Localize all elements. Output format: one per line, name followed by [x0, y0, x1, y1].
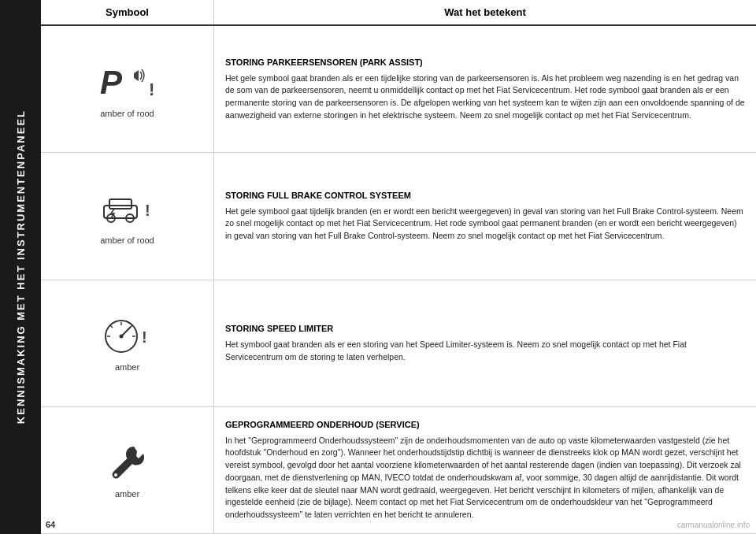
table: Symbool Wat het betekent P — [41, 0, 756, 534]
watermark: carmanualonline.info — [677, 521, 750, 529]
main-content: Symbool Wat het betekent P — [41, 0, 756, 534]
svg-text:P: P — [100, 64, 123, 101]
svg-rect-5 — [109, 199, 132, 209]
symbol-label-2: amber of rood — [100, 235, 154, 245]
svg-rect-2 — [134, 74, 137, 78]
section-text-2: Het gele symbool gaat tijdelijk branden … — [225, 206, 745, 243]
svg-line-10 — [121, 327, 131, 336]
section-title-1: STORING PARKEERSENSOREN (PARK ASSIST) — [225, 57, 745, 69]
table-body: P ! — [41, 26, 756, 534]
header-meaning: Wat het betekent — [214, 0, 756, 24]
section-title-4: GEPROGRAMMEERD ONDERHOUD (SERVICE) — [225, 419, 745, 432]
table-header: Symbool Wat het betekent — [41, 0, 756, 26]
cell-symbol-3: ! amber — [41, 280, 214, 406]
symbol-label-3: amber — [115, 362, 139, 372]
sidebar: KENNISMAKING MET HET INSTRUMENTENPANEEL — [0, 0, 41, 534]
parking-icon: P ! — [96, 61, 159, 104]
svg-text:!: ! — [142, 328, 147, 346]
section-text-4: In het "Geprogrammeerd Onderhoudssysteem… — [225, 435, 745, 521]
table-row: ! amber STORING SPEED LIMITER Het symboo… — [41, 280, 756, 407]
svg-point-11 — [119, 335, 123, 339]
svg-text:!: ! — [145, 202, 150, 219]
speed-limiter-icon: ! — [96, 314, 159, 358]
symbol-label-1: amber of rood — [100, 109, 154, 118]
section-text-3: Het symbool gaat branden als er een stor… — [225, 339, 745, 364]
section-title-2: STORING FULL BRAKE CONTROL SYSTEEM — [225, 190, 745, 202]
cell-symbol-1: P ! — [41, 26, 214, 152]
section-title-3: STORING SPEED LIMITER — [225, 323, 745, 336]
page-number: 64 — [46, 520, 55, 529]
cell-symbol-2: ! amber of rood — [41, 153, 214, 279]
svg-line-15 — [110, 325, 113, 328]
cell-meaning-3: STORING SPEED LIMITER Het symbool gaat b… — [214, 280, 756, 406]
cell-meaning-4: GEPROGRAMMEERD ONDERHOUD (SERVICE) In he… — [214, 407, 756, 533]
cell-meaning-1: STORING PARKEERSENSOREN (PARK ASSIST) He… — [214, 26, 756, 152]
svg-text:!: ! — [149, 80, 154, 99]
symbol-label-4: amber — [115, 489, 139, 499]
cell-symbol-4: amber — [41, 407, 214, 533]
header-symbol: Symbool — [41, 0, 214, 24]
sidebar-title: KENNISMAKING MET HET INSTRUMENTENPANEEL — [15, 109, 27, 424]
table-row: amber GEPROGRAMMEERD ONDERHOUD (SERVICE)… — [41, 407, 756, 534]
section-text-1: Het gele symbool gaat branden als er een… — [225, 72, 745, 122]
table-row: ! amber of rood STORING FULL BRAKE CONTR… — [41, 153, 756, 280]
svg-line-16 — [130, 325, 132, 328]
svg-point-18 — [114, 473, 117, 477]
cell-meaning-2: STORING FULL BRAKE CONTROL SYSTEEM Het g… — [214, 153, 756, 279]
brake-control-icon: ! — [96, 187, 159, 231]
service-icon — [104, 441, 151, 484]
table-row: P ! — [41, 26, 756, 153]
